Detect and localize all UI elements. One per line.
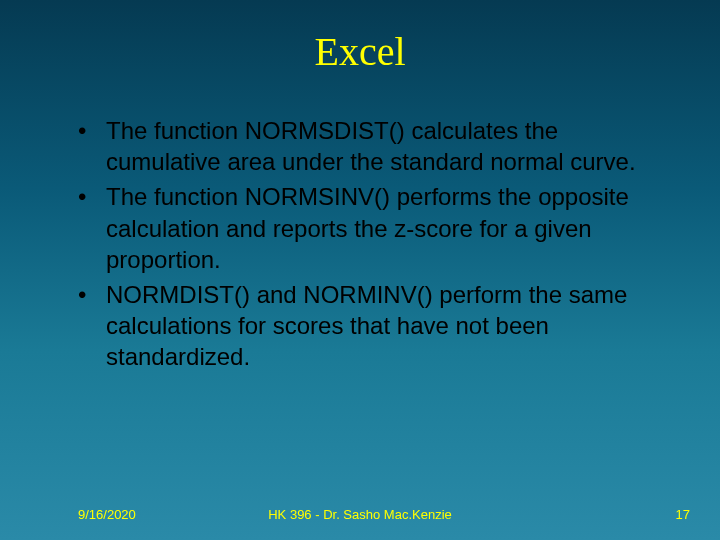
list-item: The function NORMSINV() performs the opp… xyxy=(78,181,672,275)
list-item: The function NORMSDIST() calculates the … xyxy=(78,115,672,177)
page-number: 17 xyxy=(676,507,690,522)
bullet-list: The function NORMSDIST() calculates the … xyxy=(78,115,672,373)
slide-body: The function NORMSDIST() calculates the … xyxy=(0,115,720,373)
list-item: NORMDIST() and NORMINV() perform the sam… xyxy=(78,279,672,373)
footer-center: HK 396 - Dr. Sasho Mac.Kenzie xyxy=(0,507,720,522)
slide-title: Excel xyxy=(0,0,720,115)
